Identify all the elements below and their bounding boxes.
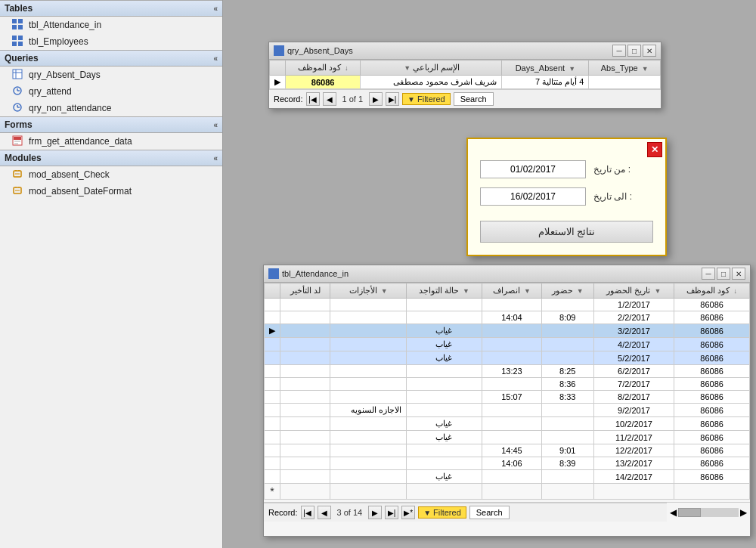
col-days-absent[interactable]: Days_Absent ▼ [502, 60, 589, 76]
from-date-label: : من تاريخ [593, 164, 631, 175]
th-code[interactable]: كود الموظف ↓ [674, 283, 750, 299]
cell-attendance: 9:01 [541, 444, 593, 457]
row-selector-cell [265, 431, 280, 444]
table-new-btn[interactable]: ▶* [401, 506, 415, 519]
cell-delay [280, 299, 330, 311]
nav-item-tbl-employees[interactable]: tbl_Employees [0, 33, 222, 50]
table-row[interactable]: غياب5/2/201786086 [265, 351, 750, 365]
scroll-track[interactable] [678, 508, 739, 517]
tables-section-header[interactable]: Tables « [0, 0, 222, 17]
table-row[interactable]: 14:048:092/2/201786086 [265, 311, 750, 324]
row-selector-cell [265, 404, 280, 417]
table-row[interactable]: غياب4/2/201786086 [265, 338, 750, 351]
nav-item-mod-absent-check[interactable]: mod_absent_Check [0, 166, 222, 183]
cell-employee-code: 86086 [674, 431, 750, 444]
prev-record-btn[interactable]: ◀ [323, 92, 336, 106]
query-close-btn[interactable]: ✕ [643, 45, 656, 57]
modules-label: Modules [5, 153, 42, 163]
query-window-titlebar[interactable]: qry_Absent_Days ─ □ ✕ [269, 42, 661, 60]
table-next-btn[interactable]: ▶ [368, 506, 382, 519]
nav-item-qry-attend[interactable]: qry_attend [0, 83, 222, 100]
col-full-name[interactable]: الإسم الرباعي ▼ [361, 60, 502, 76]
table-row[interactable]: 15:078:338/2/201786086 [265, 391, 750, 404]
nav-item-qry-non-attendance[interactable]: qry_non_attendance [0, 100, 222, 116]
table-filtered-badge[interactable]: ▼ Filtered [418, 506, 466, 519]
th-attendance[interactable]: حضور ▼ [541, 283, 593, 299]
table-row[interactable]: 1/2/201786086 [265, 299, 750, 311]
table-row[interactable]: 14:068:3913/2/201786086 [265, 457, 750, 470]
table-close-btn[interactable]: ✕ [732, 268, 745, 280]
table-row[interactable]: غياب11/2/201786086 [265, 431, 750, 444]
collapse-tables-icon[interactable]: « [213, 5, 218, 13]
col-abs-type[interactable]: Abs_Type ▼ [589, 60, 661, 76]
query-record-nav: Record: |◀ ◀ 1 of 1 ▶ ▶| ▼ Filtered Sear… [269, 89, 661, 108]
cell-employee-code: 86086 [674, 351, 750, 365]
cell-vacation [330, 378, 406, 391]
cell-vacation [330, 299, 406, 311]
collapse-modules-icon[interactable]: « [213, 154, 218, 163]
modules-section-header[interactable]: Modules « [0, 150, 222, 166]
form-icon [12, 135, 24, 147]
table-row[interactable]: غياب10/2/201786086 [265, 417, 750, 431]
table-row[interactable]: 13:238:256/2/201786086 [265, 365, 750, 378]
cell-date: 7/2/2017 [593, 378, 674, 391]
th-delay[interactable]: لد التأخير [280, 283, 330, 299]
queries-section-header[interactable]: Queries « [0, 50, 222, 67]
filtered-badge[interactable]: ▼ Filtered [402, 93, 451, 105]
table-search-button[interactable]: Search [469, 506, 510, 519]
new-record-asterisk: * [265, 484, 280, 500]
query-maximize-btn[interactable]: □ [627, 45, 641, 57]
to-date-label: : الى تاريخ [593, 191, 632, 202]
table-minimize-btn[interactable]: ─ [702, 268, 715, 280]
collapse-forms-icon[interactable]: « [213, 121, 218, 129]
dialog-close-btn[interactable]: ✕ [647, 142, 662, 157]
query-row[interactable]: ▶ 86086 شريف اشرف محمود مصطفى 4 أيام متت… [270, 76, 661, 89]
last-record-btn[interactable]: ▶| [386, 92, 399, 106]
nav-item-frm-attendance[interactable]: frm_get_attendance_data [0, 133, 222, 150]
cell-employee-code: 86086 [674, 404, 750, 417]
cell-employee-code: 86086 [674, 470, 750, 484]
th-date[interactable]: تاريخ الحضور ▼ [593, 283, 674, 299]
table-first-btn[interactable]: |◀ [301, 506, 314, 519]
cell-status: غياب [406, 338, 482, 351]
table-row[interactable]: 14:459:0112/2/201786086 [265, 444, 750, 457]
next-record-btn[interactable]: ▶ [369, 92, 383, 106]
nav-item-tbl-attendance-in[interactable]: tbl_Attendance_in [0, 17, 222, 33]
table-row[interactable]: ▶غياب3/2/201786086 [265, 324, 750, 338]
query-results-btn[interactable]: نتائج الاستعلام [480, 221, 653, 243]
col-employee-code[interactable]: كود الموظف ↓ [286, 60, 361, 76]
query-minimize-btn[interactable]: ─ [612, 45, 626, 57]
first-record-btn[interactable]: |◀ [306, 92, 320, 106]
table-row[interactable]: غياب14/2/201786086 [265, 470, 750, 484]
search-button[interactable]: Search [454, 92, 494, 106]
new-record-row[interactable]: * [265, 484, 750, 500]
qry-non-attendance-label: qry_non_attendance [29, 103, 111, 113]
table-maximize-btn[interactable]: □ [717, 268, 730, 280]
cell-status: غياب [406, 431, 482, 444]
collapse-queries-icon[interactable]: « [213, 54, 218, 63]
th-vacation[interactable]: الأجازات ▼ [330, 283, 406, 299]
table-row[interactable]: 8:367/2/201786086 [265, 378, 750, 391]
table-last-btn[interactable]: ▶| [385, 506, 398, 519]
forms-section-header[interactable]: Forms « [0, 116, 222, 133]
table-prev-btn[interactable]: ◀ [318, 506, 331, 519]
scroll-right-btn[interactable]: ▶ [740, 507, 747, 518]
cell-employee-code: 86086 [674, 324, 750, 338]
table-icon-2 [12, 36, 24, 48]
from-date-input[interactable] [480, 160, 586, 178]
to-date-input[interactable] [480, 187, 586, 206]
th-status[interactable]: حالة التواجد ▼ [406, 283, 482, 299]
table-window: tbl_Attendance_in ─ □ ✕ لد التأخير الأجا… [263, 265, 751, 537]
scroll-left-btn[interactable]: ◀ [670, 507, 677, 518]
frm-attendance-label: frm_get_attendance_data [29, 136, 132, 147]
cell-delay [280, 457, 330, 470]
nav-item-qry-absent-days[interactable]: qry_Absent_Days [0, 67, 222, 83]
query-icon-1 [12, 69, 24, 81]
cell-delay [280, 378, 330, 391]
table-container[interactable]: لد التأخير الأجازات ▼ حالة التواجد ▼ انص… [264, 283, 750, 502]
th-departure[interactable]: انصراف ▼ [482, 283, 541, 299]
table-row[interactable]: الاجازه السنويه9/2/201786086 [265, 404, 750, 417]
table-window-titlebar[interactable]: tbl_Attendance_in ─ □ ✕ [264, 265, 750, 283]
cell-date: 11/2/2017 [593, 431, 674, 444]
nav-item-mod-absent-dateformat[interactable]: mod_absent_DateFormat [0, 183, 222, 200]
